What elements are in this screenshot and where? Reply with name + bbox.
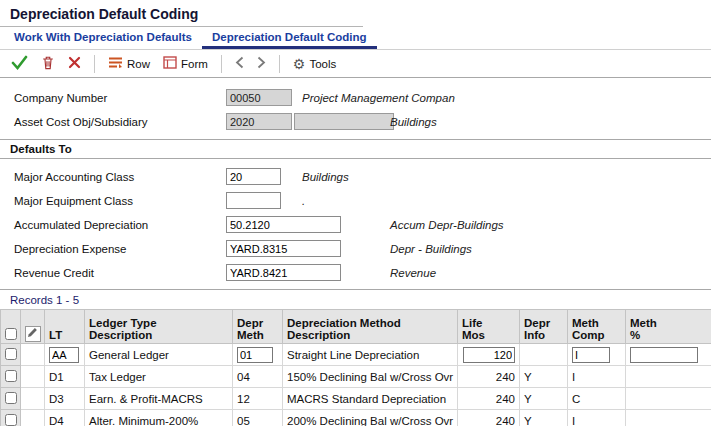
meth-pct-cell[interactable] <box>626 388 711 410</box>
field-major-accounting-class: Major Accounting Class Buildings <box>0 165 711 188</box>
ledger-desc-cell[interactable]: General Ledger <box>85 344 233 366</box>
toolbar-separator <box>221 55 222 73</box>
accumulated-depreciation-input[interactable] <box>226 216 341 233</box>
tab-depreciation-default-coding[interactable]: Depreciation Default Coding <box>202 27 377 49</box>
asset-subsidiary-input <box>294 113 394 130</box>
depr-meth-input[interactable] <box>237 347 273 363</box>
lt-cell[interactable]: D1 <box>45 366 85 388</box>
company-number-input <box>226 89 292 106</box>
asset-cost-obj-description: Buildings <box>390 116 437 128</box>
method-desc-cell[interactable]: 200% Declining Bal w/Cross Ovr <box>283 410 458 426</box>
ledger-desc-cell[interactable]: Tax Ledger <box>85 366 233 388</box>
depr-info-cell[interactable]: Y <box>520 410 568 426</box>
chevron-left-icon <box>235 56 244 71</box>
depr-info-cell[interactable] <box>520 344 568 366</box>
method-desc-cell[interactable]: Straight Line Depreciation <box>283 344 458 366</box>
company-number-label: Company Number <box>14 92 226 104</box>
form-menu-button[interactable]: Form <box>160 54 211 73</box>
meth-pct-input[interactable] <box>630 347 698 363</box>
row-select-checkbox[interactable] <box>5 392 17 404</box>
revenue-credit-label: Revenue Credit <box>14 267 226 279</box>
row-select-checkbox[interactable] <box>5 348 17 360</box>
row-edit-cell <box>21 344 45 366</box>
field-depreciation-expense: Depreciation Expense Depr - Buildings <box>0 237 711 260</box>
row-menu-icon <box>108 56 123 71</box>
life-mos-cell[interactable]: 240 <box>458 410 520 426</box>
asset-cost-obj-input <box>226 113 292 130</box>
major-accounting-class-label: Major Accounting Class <box>14 171 226 183</box>
method-desc-cell[interactable]: 150% Declining Bal w/Cross Ovr <box>283 366 458 388</box>
grid-header-row: LT Ledger TypeDescription DeprMeth Depre… <box>1 310 711 344</box>
revenue-credit-input[interactable] <box>226 264 341 281</box>
field-revenue-credit: Revenue Credit Revenue <box>0 261 711 284</box>
edit-pencil-icon <box>25 326 41 342</box>
previous-button[interactable] <box>232 54 247 73</box>
close-icon <box>68 56 81 71</box>
depr-info-cell[interactable]: Y <box>520 388 568 410</box>
row-select-checkbox[interactable] <box>5 370 17 382</box>
col-header-lt: LT <box>45 310 85 344</box>
revenue-credit-description: Revenue <box>390 267 436 279</box>
field-major-equipment-class: Major Equipment Class . <box>0 189 711 212</box>
life-mos-cell[interactable]: 240 <box>458 388 520 410</box>
ok-button[interactable] <box>8 53 31 74</box>
check-icon <box>11 55 28 72</box>
grid-row-editing[interactable]: General Ledger Straight Line Depreciatio… <box>1 344 711 366</box>
major-equipment-class-description: . <box>302 195 305 207</box>
col-header-meth-pct: Meth% <box>626 310 711 344</box>
meth-comp-cell[interactable]: I <box>568 366 626 388</box>
meth-pct-cell[interactable] <box>626 366 711 388</box>
lt-cell[interactable]: D4 <box>45 410 85 426</box>
grid-row[interactable]: D1 Tax Ledger 04 150% Declining Bal w/Cr… <box>1 366 711 388</box>
ledger-desc-cell[interactable]: Alter. Minimum-200% <box>85 410 233 426</box>
lt-cell[interactable]: D3 <box>45 388 85 410</box>
col-header-meth-comp: MethComp <box>568 310 626 344</box>
field-asset-cost-obj: Asset Cost Obj/Subsidiary Buildings <box>0 110 711 133</box>
col-header-ledger-type: Ledger TypeDescription <box>85 310 233 344</box>
select-all-checkbox[interactable] <box>5 328 17 340</box>
major-accounting-class-input[interactable] <box>226 168 281 185</box>
major-equipment-class-input[interactable] <box>226 192 281 209</box>
method-desc-cell[interactable]: MACRS Standard Depreciation <box>283 388 458 410</box>
field-accumulated-depreciation: Accumulated Depreciation Accum Depr-Buil… <box>0 213 711 236</box>
life-mos-cell[interactable]: 240 <box>458 366 520 388</box>
depreciation-expense-label: Depreciation Expense <box>14 243 226 255</box>
grid-row[interactable]: D3 Earn. & Profit-MACRS 12 MACRS Standar… <box>1 388 711 410</box>
ledger-desc-cell[interactable]: Earn. & Profit-MACRS <box>85 388 233 410</box>
gear-icon: ⚙ <box>293 56 306 72</box>
records-count-label: Records 1 - 5 <box>0 289 711 309</box>
depreciation-expense-input[interactable] <box>226 240 341 257</box>
meth-comp-cell[interactable]: I <box>568 410 626 426</box>
grid-row[interactable]: D4 Alter. Minimum-200% 05 200% Declining… <box>1 410 711 426</box>
chevron-right-icon <box>257 56 266 71</box>
tab-work-with-depreciation-defaults[interactable]: Work With Depreciation Defaults <box>4 27 202 49</box>
header-form: Company Number Project Management Compan… <box>0 78 711 284</box>
col-header-method-desc: Depreciation MethodDescription <box>283 310 458 344</box>
form-menu-label: Form <box>181 58 208 70</box>
row-menu-button[interactable]: Row <box>105 54 153 73</box>
toolbar-separator <box>94 55 95 73</box>
depr-meth-cell[interactable]: 12 <box>233 388 283 410</box>
field-company-number: Company Number Project Management Compan <box>0 86 711 109</box>
row-edit-cell <box>21 366 45 388</box>
meth-comp-cell[interactable]: C <box>568 388 626 410</box>
company-number-description: Project Management Compan <box>302 92 455 104</box>
meth-pct-cell[interactable] <box>626 410 711 426</box>
depr-meth-cell[interactable]: 05 <box>233 410 283 426</box>
page-title: Depreciation Default Coding <box>0 0 711 26</box>
delete-button[interactable] <box>38 53 58 74</box>
col-header-depr-info: DeprInfo <box>520 310 568 344</box>
depreciation-expense-description: Depr - Buildings <box>390 243 472 255</box>
trash-icon <box>41 55 55 72</box>
lt-input[interactable] <box>49 347 79 363</box>
cancel-button[interactable] <box>65 54 84 73</box>
meth-comp-input[interactable] <box>572 347 610 363</box>
life-mos-input[interactable] <box>463 347 515 363</box>
tools-menu-button[interactable]: ⚙ Tools <box>290 54 339 74</box>
depr-info-cell[interactable]: Y <box>520 366 568 388</box>
row-select-checkbox[interactable] <box>5 414 17 426</box>
depreciation-defaults-grid: LT Ledger TypeDescription DeprMeth Depre… <box>0 309 711 426</box>
depr-meth-cell[interactable]: 04 <box>233 366 283 388</box>
accumulated-depreciation-label: Accumulated Depreciation <box>14 219 226 231</box>
next-button[interactable] <box>254 54 269 73</box>
